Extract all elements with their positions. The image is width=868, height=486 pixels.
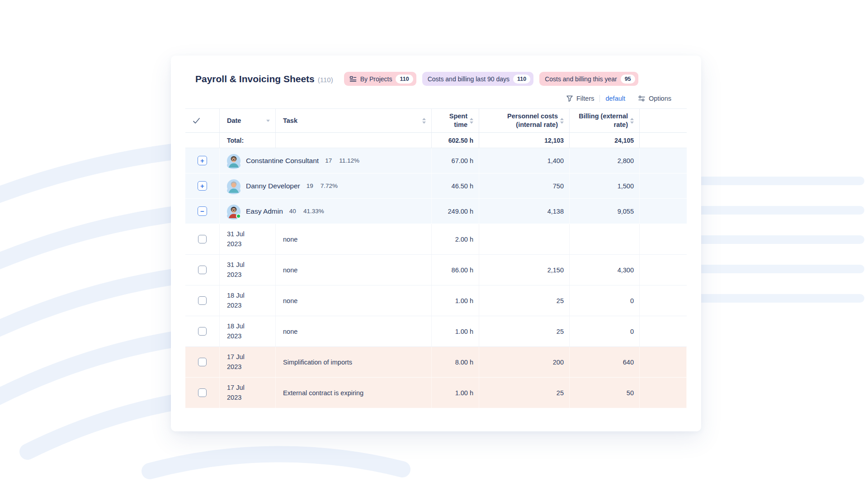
total-personnel-costs: 12,103 [479, 133, 570, 148]
filter-pill-count: 110 [396, 75, 413, 84]
row-date: 31 Jul 2023 [227, 260, 253, 279]
page: Payroll & Invoicing Sheets(110) By Proje… [0, 0, 868, 486]
group-user-name: Easy Admin [246, 207, 283, 215]
row-billing: 0 [570, 285, 640, 316]
filter-pill-label: Costs and billing this year [545, 75, 617, 83]
group-row[interactable]: − [185, 199, 687, 224]
table-row[interactable]: 18 Jul 2023 none 1.00 h 25 0 [185, 316, 687, 347]
row-task: none [283, 236, 297, 243]
row-checkbox[interactable] [198, 296, 207, 305]
filter-pill[interactable]: Costs and billing last 90 days 110 [422, 72, 534, 86]
row-task: External contract is expiring [283, 389, 363, 397]
table-row[interactable]: 17 Jul 2023 Simplification of imports 8.… [185, 347, 687, 378]
group-personnel-costs: 1,400 [479, 148, 570, 173]
expand-toggle-button[interactable]: − [198, 206, 207, 216]
row-checkbox[interactable] [198, 327, 207, 336]
funnel-icon [566, 95, 573, 102]
table-body: + [185, 148, 687, 408]
filter-pill-count: 95 [621, 75, 635, 84]
row-personnel-costs: 25 [479, 285, 570, 316]
row-personnel-costs: 25 [479, 378, 570, 408]
sliders-icon [638, 95, 646, 102]
total-spent-time: 602.50 h [432, 133, 479, 148]
online-status-dot [236, 214, 241, 219]
total-label: Total: [220, 133, 276, 148]
group-entry-count: 40 [289, 208, 296, 215]
row-spent-time: 2.00 h [432, 224, 479, 254]
column-header-task[interactable]: Task [276, 109, 432, 132]
options-label: Options [649, 95, 671, 102]
group-billing: 9,055 [570, 199, 640, 224]
group-spent-time: 67.00 h [432, 148, 479, 173]
payroll-table: Date Task Spent time Personnel costs (in… [185, 108, 687, 408]
row-billing: 50 [570, 378, 640, 408]
table-row[interactable]: 31 Jul 2023 none 2.00 h [185, 224, 687, 255]
view-default-link[interactable]: default [605, 95, 625, 102]
table-row[interactable]: 17 Jul 2023 External contract is expirin… [185, 378, 687, 408]
row-personnel-costs: 2,150 [479, 255, 570, 285]
avatar [227, 179, 241, 193]
group-row[interactable]: + [185, 148, 687, 173]
table-toolbar: Filters default Options [171, 86, 701, 102]
sort-icon [470, 118, 473, 124]
sort-icon [560, 118, 564, 124]
expand-toggle-button[interactable]: + [198, 181, 207, 191]
options-button[interactable]: Options [638, 95, 671, 102]
row-personnel-costs [479, 224, 570, 254]
row-spent-time: 8.00 h [432, 347, 479, 377]
row-personnel-costs: 200 [479, 347, 570, 377]
select-all-header[interactable] [185, 109, 220, 132]
page-title-text: Payroll & Invoicing Sheets [195, 74, 315, 84]
filter-pill[interactable]: By Projects 110 [344, 72, 416, 86]
column-header-spent-time[interactable]: Spent time [432, 109, 479, 132]
sheet-list-icon [349, 75, 357, 83]
toolbar-divider [599, 95, 600, 102]
record-count: (110) [318, 76, 333, 84]
row-date: 18 Jul 2023 [227, 322, 253, 341]
row-date: 17 Jul 2023 [227, 383, 253, 402]
filters-label: Filters [576, 95, 594, 102]
column-header-date[interactable]: Date [220, 109, 276, 132]
row-checkbox[interactable] [198, 235, 207, 243]
row-billing: 0 [570, 316, 640, 346]
row-date: 17 Jul 2023 [227, 352, 253, 371]
saved-filter-pills: By Projects 110 Costs and billing last 9… [344, 72, 638, 86]
filters-button[interactable]: Filters [566, 95, 594, 102]
row-personnel-costs: 25 [479, 316, 570, 346]
chevron-down-icon [266, 120, 270, 122]
row-spent-time: 1.00 h [432, 378, 479, 408]
group-spent-time: 249.00 h [432, 199, 479, 224]
group-percent: 7.72% [321, 182, 338, 189]
sort-icon [630, 118, 634, 124]
row-spent-time: 86.00 h [432, 255, 479, 285]
group-row[interactable]: + Danny Developer [185, 173, 687, 199]
group-percent: 41.33% [303, 208, 324, 215]
avatar [227, 154, 241, 168]
total-row: Total: 602.50 h 12,103 24,105 [185, 133, 687, 148]
group-entry-count: 19 [307, 182, 313, 189]
row-checkbox[interactable] [198, 266, 207, 274]
expand-toggle-button[interactable]: + [198, 156, 207, 165]
column-header-personnel-costs[interactable]: Personnel costs (internal rate) [479, 109, 570, 132]
row-checkbox[interactable] [198, 358, 207, 366]
group-user-name: Constantine Consultant [246, 157, 319, 165]
table-row[interactable]: 31 Jul 2023 none 86.00 h 2,150 4,300 [185, 255, 687, 285]
row-billing [570, 224, 640, 254]
avatar [227, 205, 241, 218]
row-date: 18 Jul 2023 [227, 291, 253, 310]
group-user-name: Danny Developer [246, 182, 300, 190]
filter-pill[interactable]: Costs and billing this year 95 [539, 72, 638, 86]
row-billing: 640 [570, 347, 640, 377]
column-header-empty [640, 109, 687, 132]
table-row[interactable]: 18 Jul 2023 none 1.00 h 25 0 [185, 285, 687, 316]
check-icon [193, 117, 200, 124]
page-title: Payroll & Invoicing Sheets(110) [195, 74, 333, 84]
filter-pill-label: By Projects [360, 75, 392, 83]
column-header-billing[interactable]: Billing (external rate) [570, 109, 640, 132]
table-header-row: Date Task Spent time Personnel costs (in… [185, 108, 687, 133]
group-billing: 2,800 [570, 148, 640, 173]
filter-pill-count: 110 [513, 75, 530, 84]
sort-icon [422, 118, 426, 124]
row-checkbox[interactable] [198, 388, 207, 397]
row-task: none [283, 266, 297, 274]
